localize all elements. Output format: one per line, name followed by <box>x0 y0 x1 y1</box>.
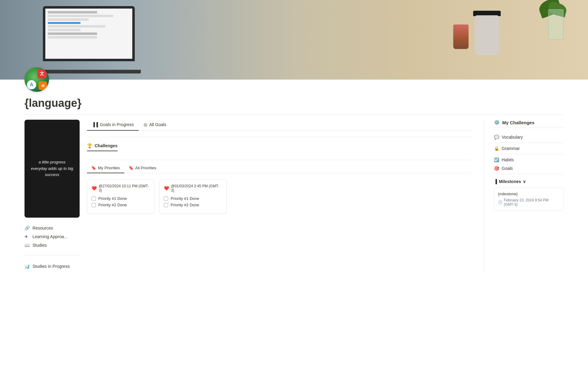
checkbox-2-1[interactable] <box>164 197 168 201</box>
main-layout: a little progress everyday adds up to bi… <box>24 120 564 273</box>
card-2-date: ❤️ @01/03/2024 2:45 PM (GMT-3) <box>164 184 222 193</box>
habits-icon: ☑️ <box>494 157 499 162</box>
right-challenges-label: My Challenges <box>502 120 534 125</box>
tab-goals-in-progress[interactable]: ▐▐ Goals in Progress <box>87 120 139 131</box>
page-title: {language} <box>24 97 564 110</box>
checkbox-1-2[interactable] <box>92 203 96 207</box>
motivation-card: a little progress everyday adds up to bi… <box>24 120 80 218</box>
goals-in-progress-icon: ▐▐ <box>92 122 98 127</box>
tab-my-priorities[interactable]: 🔖 My Priorities <box>87 164 124 173</box>
priority-card-2: ❤️ @01/03/2024 2:45 PM (GMT-3) Priority … <box>159 179 227 214</box>
sidebar-link-label: Studies <box>32 243 47 248</box>
hero-banner <box>0 0 588 80</box>
icon-letter-wen: 文 <box>37 69 47 78</box>
challenges-heading: 🏆 Challenges <box>87 141 118 151</box>
tab-all-priorities[interactable]: 🔖 All Priorities <box>124 164 161 173</box>
goals-divider <box>87 137 472 137</box>
card-2-item-2-label: Priority #2 Done <box>171 203 199 207</box>
sidebar-links: 🔗 Resources ✈ Learning Approa... 📖 Studi… <box>24 225 80 269</box>
sidebar-divider <box>24 256 80 256</box>
sidebar-link-label: Studies in Progress <box>32 264 70 269</box>
left-panel: a little progress everyday adds up to bi… <box>24 120 80 273</box>
my-priorities-label: My Priorities <box>98 166 120 170</box>
card-1-date: ❤️ @27/02/2024 10:11 PM (GMT-3) <box>92 184 150 193</box>
vocabulary-icon: 💬 <box>494 135 499 140</box>
plant-decoration <box>533 0 570 61</box>
bookmark-outline-icon: 🔖 <box>129 166 134 170</box>
priority-tabs: 🔖 My Priorities 🔖 All Priorities <box>87 164 472 173</box>
right-divider-2 <box>494 154 564 154</box>
milestones-icon: ▐ <box>494 179 497 184</box>
priority-cards: ❤️ @27/02/2024 10:11 PM (GMT-3) Priority… <box>87 179 472 214</box>
heart-icon-1: ❤️ <box>92 186 97 191</box>
right-panel: ⚙️ My Challenges 💬 Vocabulary 🔒 Grammar … <box>484 120 564 273</box>
card-2-date-text: @01/03/2024 2:45 PM (GMT-3) <box>171 184 222 193</box>
icon-letter-a: A <box>27 80 36 89</box>
card-2-item-2[interactable]: Priority #2 Done <box>164 203 222 207</box>
goals-icon: 🎯 <box>494 166 499 171</box>
right-divider-1 <box>494 143 564 143</box>
right-challenges-title: ⚙️ My Challenges <box>494 120 564 128</box>
sidebar-link-studies-progress[interactable]: 📊 Studies in Progress <box>24 263 80 269</box>
right-item-vocabulary[interactable]: 💬 Vocabulary <box>494 133 564 141</box>
link-icon: ✈ <box>24 234 30 239</box>
grammar-icon: 🔒 <box>494 146 499 151</box>
right-item-grammar[interactable]: 🔒 Grammar <box>494 144 564 153</box>
title-divider <box>24 114 564 115</box>
all-priorities-label: All Priorities <box>135 166 156 170</box>
center-panel: ▐▐ Goals in Progress ◎ All Goals 🏆 Chall… <box>87 120 484 273</box>
milestones-label: Milestones <box>499 179 521 184</box>
sidebar-link-learning[interactable]: ✈ Learning Approa... <box>24 234 80 240</box>
right-divider-3 <box>494 174 564 174</box>
right-item-habits[interactable]: ☑️ Habits <box>494 155 564 164</box>
card-2-item-1-label: Priority #1 Done <box>171 196 199 201</box>
card-2-item-1[interactable]: Priority #1 Done <box>164 196 222 201</box>
milestone-date-text: February 23, 2024 9:54 PM (GMT-3) <box>504 198 560 207</box>
clock-icon: 🕐 <box>498 200 503 204</box>
card-1-date-text: @27/02/2024 10:11 PM (GMT-3) <box>99 184 150 193</box>
trophy-icon: 🏆 <box>87 143 92 148</box>
sidebar-link-label: Resources <box>32 226 53 230</box>
cup-decoration <box>472 9 502 58</box>
challenges-divider <box>87 160 472 160</box>
motivation-text: a little progress everyday adds up to bi… <box>31 159 74 178</box>
page-icon: A 文 अ <box>24 67 49 92</box>
bookmark-icon: 🔖 <box>91 166 96 170</box>
milestone-card: {milestone} 🕐 February 23, 2024 9:54 PM … <box>494 188 564 211</box>
sidebar-link-studies[interactable]: 📖 Studies <box>24 242 80 248</box>
checkbox-2-2[interactable] <box>164 203 168 207</box>
right-item-goals[interactable]: 🎯 Goals <box>494 164 564 173</box>
priority-card-1: ❤️ @27/02/2024 10:11 PM (GMT-3) Priority… <box>87 179 154 214</box>
milestones-chevron: ∨ <box>523 179 526 184</box>
tab-all-goals-label: All Goals <box>149 122 166 127</box>
sidebar-link-label: Learning Approa... <box>32 234 67 239</box>
link-icon: 📖 <box>24 243 30 248</box>
checkbox-1-1[interactable] <box>92 197 96 201</box>
grammar-label: Grammar <box>502 146 520 151</box>
heart-icon-2: ❤️ <box>164 186 169 191</box>
tea-glass-decoration <box>453 24 472 52</box>
milestones-header[interactable]: ▐ Milestones ∨ <box>494 179 564 184</box>
challenges-label: Challenges <box>95 143 118 148</box>
tab-goals-in-progress-label: Goals in Progress <box>100 122 134 127</box>
milestone-date: 🕐 February 23, 2024 9:54 PM (GMT-3) <box>498 198 560 207</box>
laptop-decoration <box>37 6 153 73</box>
all-goals-icon: ◎ <box>144 122 147 127</box>
right-challenges-icon: ⚙️ <box>494 120 500 125</box>
link-icon: 🔗 <box>24 226 30 230</box>
vocabulary-label: Vocabulary <box>502 135 523 140</box>
habits-label: Habits <box>502 157 514 162</box>
card-1-item-1-label: Priority #1 Done <box>98 196 127 201</box>
card-1-item-2[interactable]: Priority #2 Done <box>92 203 150 207</box>
milestone-title: {milestone} <box>498 192 560 196</box>
goals-label: Goals <box>502 166 513 171</box>
goals-tab-bar: ▐▐ Goals in Progress ◎ All Goals <box>87 120 472 131</box>
page-content: A 文 अ {language} a little progress every… <box>0 67 588 273</box>
card-1-item-2-label: Priority #2 Done <box>98 203 127 207</box>
tab-all-goals[interactable]: ◎ All Goals <box>139 120 171 131</box>
icon-letter-hindi: अ <box>39 81 47 90</box>
link-icon: 📊 <box>24 264 30 269</box>
sidebar-link-resources[interactable]: 🔗 Resources <box>24 225 80 231</box>
card-1-item-1[interactable]: Priority #1 Done <box>92 196 150 201</box>
